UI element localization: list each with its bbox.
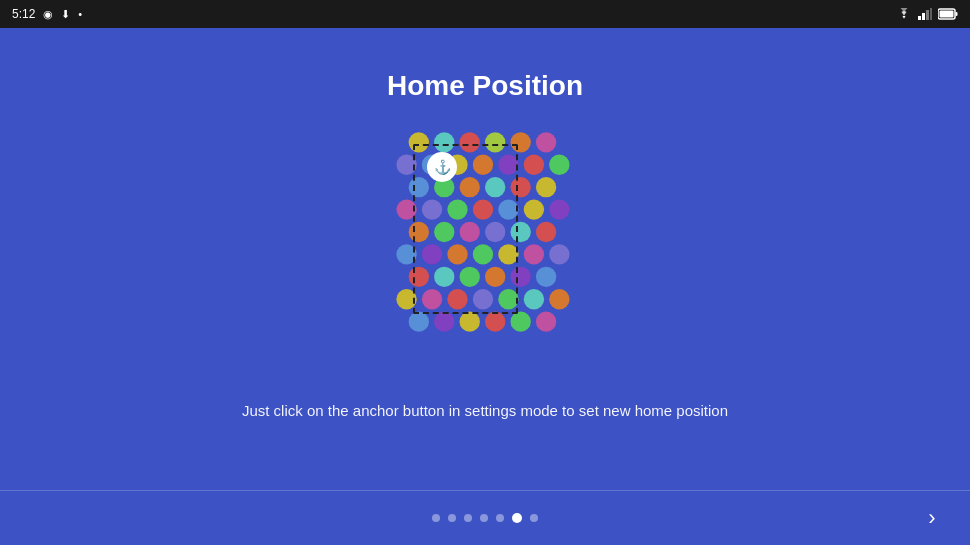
svg-point-44	[524, 244, 544, 264]
status-bar-left: 5:12 ◉ ⬇ •	[12, 7, 82, 21]
pagination-dots	[432, 513, 538, 523]
wifi-icon	[896, 8, 912, 20]
svg-point-63	[510, 311, 530, 331]
anchor-icon: ⚓	[434, 159, 451, 175]
anchor-button[interactable]: ⚓	[427, 152, 457, 182]
svg-point-18	[524, 155, 544, 175]
svg-point-19	[549, 155, 569, 175]
svg-rect-6	[940, 11, 954, 18]
svg-point-64	[536, 311, 556, 331]
status-bar: 5:12 ◉ ⬇ •	[0, 0, 970, 28]
pagination-dot-7[interactable]	[530, 514, 538, 522]
svg-rect-5	[956, 12, 958, 16]
svg-point-60	[434, 311, 454, 331]
pagination-dot-4[interactable]	[480, 514, 488, 522]
status-bar-right	[896, 8, 958, 20]
status-time: 5:12	[12, 7, 35, 21]
svg-point-58	[549, 289, 569, 309]
svg-point-51	[536, 267, 556, 287]
dot-grid-container: ⚓	[385, 122, 585, 342]
svg-point-57	[524, 289, 544, 309]
bottom-bar: ›	[0, 490, 970, 545]
svg-point-61	[460, 311, 480, 331]
next-button[interactable]: ›	[914, 500, 950, 536]
status-icon-1: ◉	[43, 8, 53, 21]
svg-rect-2	[926, 10, 929, 20]
svg-point-25	[536, 177, 556, 197]
pagination-dot-3[interactable]	[464, 514, 472, 522]
pagination-dot-2[interactable]	[448, 514, 456, 522]
svg-point-62	[485, 311, 505, 331]
status-icon-3: •	[78, 8, 82, 20]
svg-rect-1	[922, 13, 925, 20]
battery-icon	[938, 8, 958, 20]
status-icon-2: ⬇	[61, 8, 70, 21]
svg-point-31	[524, 199, 544, 219]
pagination-dot-1[interactable]	[432, 514, 440, 522]
pagination-dot-6[interactable]	[512, 513, 522, 523]
svg-point-32	[549, 199, 569, 219]
svg-point-45	[549, 244, 569, 264]
svg-point-12	[536, 132, 556, 152]
svg-point-59	[409, 311, 429, 331]
page-title: Home Position	[387, 70, 583, 102]
svg-point-38	[536, 222, 556, 242]
signal-icon	[918, 8, 932, 20]
svg-rect-0	[918, 16, 921, 20]
svg-rect-3	[930, 8, 932, 20]
main-content: Home Position ⚓ Just click on the anchor…	[0, 28, 970, 545]
instruction-text: Just click on the anchor button in setti…	[242, 402, 728, 419]
pagination-dot-5[interactable]	[496, 514, 504, 522]
